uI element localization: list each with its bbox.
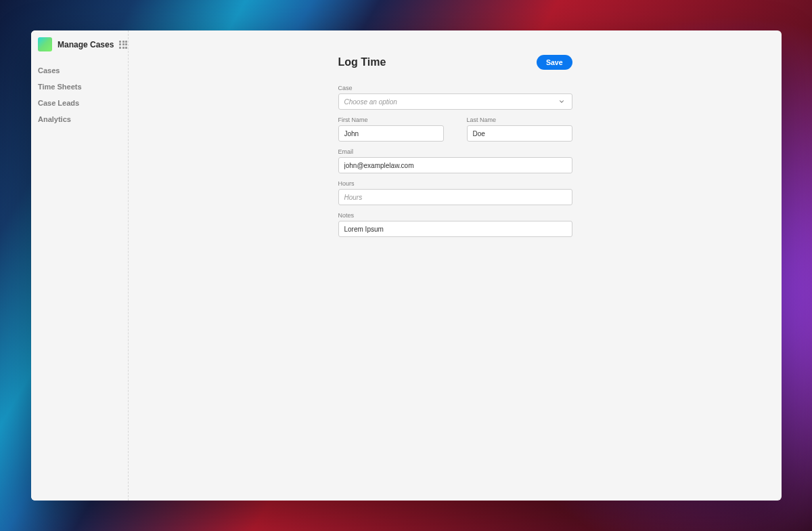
sidebar: Manage Cases Cases Time Sheets Case Lead… [31,30,129,501]
label-first-name: First Name [338,116,444,123]
nav-item-analytics[interactable]: Analytics [38,111,121,127]
label-email: Email [338,148,572,155]
notes-input[interactable] [338,221,572,237]
sidebar-nav: Cases Time Sheets Case Leads Analytics [31,61,128,129]
nav-item-cases[interactable]: Cases [38,62,121,79]
app-logo [38,37,52,51]
sidebar-header: Manage Cases [31,30,128,61]
email-input[interactable] [338,157,572,173]
field-first-name: First Name [338,116,444,142]
first-name-input[interactable] [338,125,444,142]
page-header: Log Time Save [338,55,572,70]
main-content: Log Time Save Case Choose an option Firs… [129,30,782,501]
hours-input[interactable] [338,189,572,205]
field-email: Email [338,148,572,173]
name-row: First Name Last Name [338,116,572,148]
save-button[interactable]: Save [537,55,572,70]
nav-item-time-sheets[interactable]: Time Sheets [38,79,121,95]
apps-grid-icon[interactable] [119,41,127,49]
app-window: Manage Cases Cases Time Sheets Case Lead… [31,30,782,501]
chevron-down-icon [557,97,566,106]
label-last-name: Last Name [467,116,572,123]
log-time-form: Log Time Save Case Choose an option Firs… [338,55,572,237]
nav-item-case-leads[interactable]: Case Leads [38,95,121,111]
field-case: Case Choose an option [338,85,572,110]
field-notes: Notes [338,212,572,237]
app-title: Manage Cases [58,40,114,49]
label-notes: Notes [338,212,572,219]
case-select-placeholder: Choose an option [344,98,397,106]
page-title: Log Time [338,56,386,68]
case-select[interactable]: Choose an option [338,93,572,110]
last-name-input[interactable] [467,125,572,142]
field-last-name: Last Name [467,116,572,142]
field-hours: Hours [338,180,572,205]
label-case: Case [338,85,572,91]
label-hours: Hours [338,180,572,187]
